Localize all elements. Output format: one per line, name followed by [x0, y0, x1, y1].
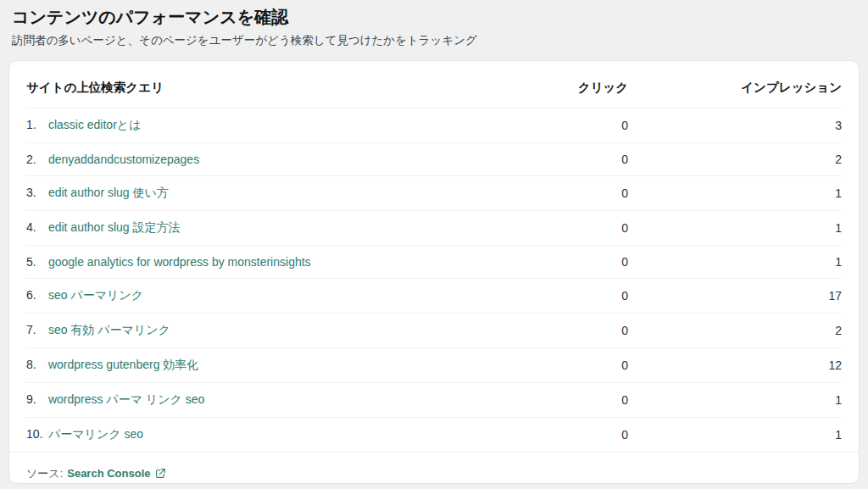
row-query-cell: 2. denyaddandcustomizepages [26, 142, 535, 175]
row-query-cell: 8. wordpress gutenberg 効率化 [26, 347, 535, 382]
table-row: 6. seo パーマリンク 0 17 [26, 278, 842, 313]
row-query-cell: 9. wordpress パーマ リンク seo [26, 382, 535, 417]
row-impressions: 12 [628, 347, 842, 382]
query-link[interactable]: seo パーマリンク [48, 288, 143, 302]
row-query-cell: 3. edit author slug 使い方 [26, 175, 535, 210]
row-query-cell: 1. classic editorとは [26, 108, 535, 142]
table-row: 4. edit author slug 設定方法 0 1 [26, 210, 842, 245]
row-rank: 2. [26, 153, 45, 166]
table-row: 3. edit author slug 使い方 0 1 [26, 175, 842, 210]
row-clicks: 0 [535, 382, 628, 417]
row-rank: 4. [26, 220, 45, 234]
query-link[interactable]: edit author slug 使い方 [48, 186, 169, 199]
row-clicks: 0 [535, 245, 628, 278]
table-row: 9. wordpress パーマ リンク seo 0 1 [26, 382, 842, 417]
column-header-query: サイトの上位検索クエリ [26, 78, 535, 108]
row-impressions: 1 [628, 245, 842, 278]
source-label: ソース: [26, 466, 63, 481]
row-clicks: 0 [535, 142, 628, 175]
table-row: 8. wordpress gutenberg 効率化 0 12 [26, 347, 842, 382]
table-row: 1. classic editorとは 0 3 [26, 108, 842, 142]
row-query-cell: 4. edit author slug 設定方法 [26, 210, 535, 245]
table-row: 10. パーマリンク seo 0 1 [26, 417, 842, 452]
row-clicks: 0 [535, 210, 628, 245]
row-rank: 8. [26, 358, 45, 371]
page-subtitle: 訪問者の多いページと、そのページをユーザーがどう検索して見つけたかをトラッキング [12, 33, 856, 49]
search-queries-table: サイトの上位検索クエリ クリック インプレッション 1. classic edi… [26, 78, 842, 452]
row-clicks: 0 [535, 175, 628, 210]
row-rank: 10. [26, 427, 45, 441]
query-link[interactable]: パーマリンク seo [48, 427, 143, 441]
row-impressions: 2 [628, 142, 842, 175]
row-rank: 7. [26, 323, 45, 336]
external-link-icon [155, 468, 166, 479]
query-link[interactable]: wordpress gutenberg 効率化 [48, 358, 198, 371]
table-row: 7. seo 有効 パーマリンク 0 2 [26, 313, 842, 347]
row-query-cell: 10. パーマリンク seo [26, 417, 535, 452]
query-link[interactable]: seo 有効 パーマリンク [48, 323, 170, 336]
card-body: サイトの上位検索クエリ クリック インプレッション 1. classic edi… [9, 61, 859, 452]
content-performance-card: サイトの上位検索クエリ クリック インプレッション 1. classic edi… [8, 60, 860, 484]
column-header-clicks: クリック [535, 78, 628, 108]
row-rank: 5. [26, 255, 45, 269]
row-impressions: 17 [628, 278, 842, 313]
row-impressions: 3 [628, 108, 842, 142]
table-row: 5. google analytics for wordpress by mon… [26, 245, 842, 278]
row-query-cell: 5. google analytics for wordpress by mon… [26, 245, 535, 278]
table-header-row: サイトの上位検索クエリ クリック インプレッション [26, 78, 842, 108]
row-clicks: 0 [535, 278, 628, 313]
row-rank: 1. [26, 118, 45, 131]
row-rank: 3. [26, 186, 45, 199]
row-clicks: 0 [535, 313, 628, 347]
page-title: コンテンツのパフォーマンスを確認 [12, 5, 856, 29]
row-query-cell: 7. seo 有効 パーマリンク [26, 313, 535, 347]
row-impressions: 1 [628, 382, 842, 417]
row-rank: 6. [26, 288, 45, 302]
query-link[interactable]: edit author slug 設定方法 [48, 220, 181, 234]
row-impressions: 1 [628, 417, 842, 452]
source-link[interactable]: Search Console [67, 467, 165, 480]
query-link[interactable]: denyaddandcustomizepages [48, 153, 199, 166]
row-query-cell: 6. seo パーマリンク [26, 278, 535, 313]
row-impressions: 1 [628, 175, 842, 210]
row-impressions: 1 [628, 210, 842, 245]
row-clicks: 0 [535, 347, 628, 382]
page-header: コンテンツのパフォーマンスを確認 訪問者の多いページと、そのページをユーザーがど… [0, 0, 868, 49]
row-impressions: 2 [628, 313, 842, 347]
row-rank: 9. [26, 392, 45, 406]
row-clicks: 0 [535, 417, 628, 452]
source-link-text: Search Console [67, 467, 150, 480]
query-link[interactable]: google analytics for wordpress by monste… [48, 255, 311, 269]
row-clicks: 0 [535, 108, 628, 142]
table-row: 2. denyaddandcustomizepages 0 2 [26, 142, 842, 175]
card-footer: ソース: Search Console [9, 452, 859, 484]
column-header-impressions: インプレッション [628, 78, 842, 108]
query-link[interactable]: classic editorとは [48, 118, 142, 131]
query-link[interactable]: wordpress パーマ リンク seo [48, 392, 204, 406]
